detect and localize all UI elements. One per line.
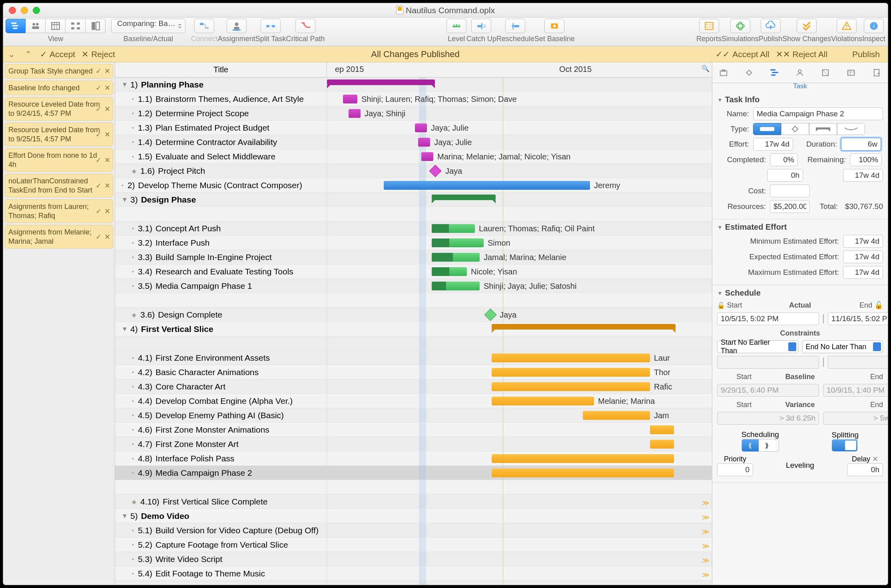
completed-input[interactable] xyxy=(770,153,798,166)
task-row[interactable]: •3.1)Concept Art PushLauren; Thomas; Raf… xyxy=(115,221,712,236)
inspector-tab-attachments[interactable] xyxy=(869,65,885,80)
gantt-bar[interactable] xyxy=(492,382,650,391)
gantt-cell[interactable]: ≫ xyxy=(327,495,712,509)
task-row[interactable]: •3.2)Interface PushSimon xyxy=(115,236,712,250)
type-hammock-button[interactable] xyxy=(837,123,865,135)
gantt-cell[interactable]: Jaya xyxy=(327,164,712,178)
duration-input[interactable] xyxy=(841,138,881,151)
schedule-backward-button[interactable]: ⟫ xyxy=(759,439,775,451)
min-effort-input[interactable] xyxy=(843,235,883,248)
reject-all-button[interactable]: ✕✕Reject All xyxy=(776,50,828,59)
task-row[interactable]: •4.7)First Zone Monster Art xyxy=(115,437,712,451)
gantt-cell[interactable] xyxy=(327,322,712,336)
accept-change-icon[interactable]: ✓ xyxy=(96,207,102,216)
inspector-tab-custom[interactable] xyxy=(843,65,859,80)
gantt-bar[interactable] xyxy=(492,324,676,330)
accept-change-icon[interactable]: ✓ xyxy=(96,67,102,76)
gantt-cell[interactable]: Jaya xyxy=(327,308,712,322)
task-row[interactable]: ▼3)Design Phase xyxy=(115,193,712,207)
inspector-tab-milestones[interactable] xyxy=(741,65,757,80)
delay-input[interactable] xyxy=(847,463,883,476)
task-row[interactable]: ▼1)Planning Phase xyxy=(115,77,712,92)
reject-change-icon[interactable]: ✕ xyxy=(104,67,110,76)
actual-start-input[interactable] xyxy=(717,312,819,325)
gantt-bar[interactable] xyxy=(432,195,496,200)
inspector-tab-task[interactable] xyxy=(767,65,783,80)
task-name-input[interactable] xyxy=(753,107,883,120)
inspector-tab-styles[interactable] xyxy=(817,65,833,80)
reject-change-icon[interactable]: ✕ xyxy=(104,83,110,93)
catch-up-button[interactable] xyxy=(471,19,491,33)
change-card[interactable]: Resource Leveled Date from to 9/24/15, 4… xyxy=(5,97,113,121)
actual-end-input[interactable] xyxy=(828,312,888,325)
task-row[interactable]: •1.4)Determine Contractor AvailabilityJa… xyxy=(115,135,712,149)
lock-start-icon[interactable]: 🔓 Start xyxy=(717,301,771,310)
zoom-icon[interactable]: 🔍 xyxy=(702,65,710,72)
gantt-cell[interactable] xyxy=(327,77,712,91)
gantt-cell[interactable]: ≫ xyxy=(327,581,712,585)
baseline-popup[interactable]: Comparing: Ba… xyxy=(111,19,185,33)
gantt-cell[interactable]: Jaya; Shinji xyxy=(327,106,712,120)
gantt-bar[interactable] xyxy=(432,253,480,262)
change-card[interactable]: Group Task Style changed✓✕ xyxy=(5,64,113,79)
inspector-tab-project[interactable] xyxy=(716,65,732,80)
reject-change-icon[interactable]: ✕ xyxy=(104,181,110,190)
accept-change-icon[interactable]: ✓ xyxy=(96,181,102,190)
reports-button[interactable] xyxy=(699,19,719,33)
gantt-cell[interactable]: Melanie; Marina xyxy=(327,394,712,408)
task-row[interactable]: •4.1)First Zone Environment AssetsLaur xyxy=(115,351,712,365)
reschedule-button[interactable] xyxy=(505,19,525,33)
gantt-bar[interactable] xyxy=(421,152,433,161)
gantt-cell[interactable]: Simon xyxy=(327,236,712,250)
change-card[interactable]: Asignments from Lauren; Thomas; Rafiq✓✕ xyxy=(5,199,113,223)
gantt-cell[interactable]: Rafic xyxy=(327,379,712,393)
gantt-cell[interactable]: Marina; Melanie; Jamal; Nicole; Yisan xyxy=(327,149,712,163)
gantt-cell[interactable]: Shinji; Lauren; Rafiq; Thomas; Simon; Da… xyxy=(327,92,712,106)
gantt-cell[interactable]: Shinji; Jaya; Julie; Satoshi xyxy=(327,279,712,293)
gantt-bar[interactable] xyxy=(492,397,594,405)
lock-end-icon[interactable]: 🔓 xyxy=(874,301,883,309)
task-row[interactable]: •4.9)Media Campaign Phase 2 xyxy=(115,466,712,480)
gantt-cell[interactable]: Jam xyxy=(327,408,712,422)
resources-cost-input[interactable] xyxy=(770,200,810,213)
task-row[interactable]: •1.3)Plan Estimated Project BudgetJaya; … xyxy=(115,121,712,135)
view-style-button[interactable] xyxy=(86,19,106,33)
gantt-cell[interactable]: ≫ xyxy=(327,509,712,523)
gantt-bar[interactable] xyxy=(432,267,467,276)
reject-change-icon[interactable]: ✕ xyxy=(104,104,110,113)
gantt-cell[interactable]: ≫ xyxy=(327,538,712,552)
gantt-cell[interactable]: Laur xyxy=(327,351,712,365)
constraint-end-date[interactable] xyxy=(828,356,888,369)
level-button[interactable] xyxy=(446,19,466,33)
accept-all-button[interactable]: ✓✓Accept All xyxy=(716,50,769,59)
gantt-bar[interactable] xyxy=(492,454,674,463)
type-milestone-button[interactable] xyxy=(781,123,809,135)
accept-change-icon[interactable]: ✓ xyxy=(96,83,102,93)
type-group-button[interactable] xyxy=(809,123,837,135)
simulations-button[interactable] xyxy=(730,19,750,33)
gantt-cell[interactable] xyxy=(327,466,712,480)
publish-button[interactable] xyxy=(761,19,781,33)
gantt-cell[interactable] xyxy=(327,437,712,451)
view-resources-button[interactable] xyxy=(26,19,46,33)
priority-input[interactable] xyxy=(717,463,753,476)
cost-input[interactable] xyxy=(770,185,810,197)
violations-button[interactable] xyxy=(837,19,857,33)
gantt-cell[interactable] xyxy=(327,451,712,465)
split-task-button[interactable] xyxy=(261,19,281,33)
gantt-bar[interactable] xyxy=(349,109,361,118)
gantt-cell[interactable]: ≫ xyxy=(327,523,712,537)
effort-remaining-input[interactable] xyxy=(843,169,883,182)
view-network-button[interactable] xyxy=(66,19,86,33)
task-row[interactable]: ▼4)First Vertical Slice xyxy=(115,322,712,336)
change-card[interactable]: Resource Leveled Date from to 9/25/15, 4… xyxy=(5,123,113,146)
task-row[interactable]: •2)Develop Theme Music (Contract Compose… xyxy=(115,178,712,193)
task-row[interactable]: •1.1)Brainstorm Themes, Audience, Art St… xyxy=(115,92,712,106)
task-row[interactable]: •1.2)Determine Project ScopeJaya; Shinji xyxy=(115,106,712,121)
gantt-cell[interactable] xyxy=(327,193,712,207)
calendar-icon[interactable] xyxy=(823,314,824,324)
disclosure-triangle[interactable]: ▼ xyxy=(122,196,129,203)
task-row[interactable]: •3.5)Media Campaign Phase 1Shinji; Jaya;… xyxy=(115,279,712,293)
start-constraint-popup[interactable]: Start No Earlier Than xyxy=(717,340,798,353)
gantt-cell[interactable]: Jamal; Marina; Melanie xyxy=(327,250,712,264)
